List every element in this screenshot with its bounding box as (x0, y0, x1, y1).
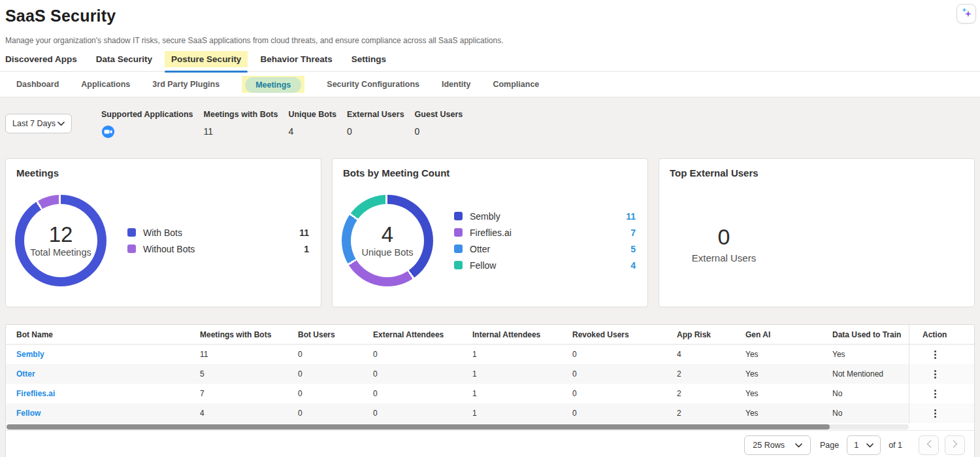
next-page-button[interactable] (945, 435, 965, 455)
cell-meetings-with-bots: 11 (200, 350, 298, 359)
cell-external-attendees: 0 (373, 369, 472, 379)
row-actions-menu-icon[interactable] (934, 370, 936, 372)
cell-bot-users: 0 (298, 389, 373, 398)
cell-bot-name: Fellow (16, 409, 200, 418)
content-area: Last 7 Days Supported ApplicationsMeetin… (0, 97, 980, 457)
subtab-dashboard[interactable]: Dashboard (16, 80, 59, 89)
legend-item-with-bots: With Bots11 (127, 228, 309, 238)
table-row: Fellow400102YesNo (6, 403, 974, 423)
tab-label: Posture Security (165, 51, 248, 67)
card-title: Meetings (6, 159, 321, 178)
page-select[interactable]: 1 (847, 435, 881, 455)
cell-internal-attendees: 1 (472, 389, 572, 398)
donut-chart: 12Total Meetings (15, 195, 106, 286)
cell-bot-users: 0 (298, 409, 373, 418)
table-footer: 25 Rows Page 1 of 1 (6, 430, 974, 457)
tab-data-security[interactable]: Data Security (96, 54, 152, 71)
tab-settings[interactable]: Settings (351, 54, 386, 71)
donut-center: 12Total Meetings (24, 204, 97, 277)
time-range-value: Last 7 Days (12, 119, 56, 128)
time-range-select[interactable]: Last 7 Days (5, 114, 72, 133)
cell-gen-ai: Yes (745, 369, 832, 379)
chevron-right-icon (953, 440, 958, 450)
bot-name-link[interactable]: Fellow (16, 409, 41, 418)
rows-per-page-select[interactable]: 25 Rows (744, 435, 811, 455)
stat-guest-users: Guest Users0 (415, 110, 463, 141)
legend-value: 7 (630, 228, 636, 238)
cell-bot-users: 0 (298, 350, 373, 359)
cell-revoked-users: 0 (572, 369, 677, 379)
card-body: 4Unique BotsSembly11Fireflies.ai7Otter5F… (333, 192, 647, 290)
legend-item-fellow: Fellow4 (454, 260, 636, 271)
column-header-external-attendees: External Attendees (373, 330, 472, 339)
legend-swatch (127, 228, 136, 237)
bot-name-link[interactable]: Sembly (16, 350, 44, 359)
bot-name-link[interactable]: Fireflies.ai (16, 389, 55, 398)
cell-action (909, 345, 974, 364)
legend-label: Sembly (470, 211, 500, 222)
row-actions-menu-icon[interactable] (934, 350, 936, 352)
cell-internal-attendees: 1 (472, 409, 572, 418)
page-select-value: 1 (854, 441, 858, 450)
table-row: Fireflies.ai700102YesNo (6, 384, 974, 403)
sparkles-icon (960, 6, 973, 22)
stat-label: Unique Bots (288, 110, 336, 119)
row-actions-menu-icon[interactable] (934, 390, 936, 392)
cell-app-risk: 2 (677, 409, 745, 418)
cell-meetings-with-bots: 4 (200, 409, 298, 418)
bot-name-link[interactable]: Otter (16, 369, 35, 379)
scrollbar-thumb[interactable] (7, 424, 830, 430)
column-header-revoked-users: Revoked Users (572, 330, 677, 339)
legend-value: 11 (626, 211, 636, 222)
legend-item-without-bots: Without Bots1 (127, 244, 309, 254)
cell-app-risk: 2 (677, 389, 745, 398)
tab-posture-security[interactable]: Posture Security (171, 54, 241, 71)
card-bots-by-meeting-count: Bots by Meeting Count4Unique BotsSembly1… (332, 158, 648, 307)
previous-page-button[interactable] (919, 435, 939, 455)
stat-value-icon (101, 125, 193, 141)
subtab-identity[interactable]: Identity (442, 80, 470, 89)
stats-group: Supported ApplicationsMeetings with Bots… (101, 110, 463, 141)
row-actions-menu-icon[interactable] (934, 409, 936, 411)
cell-internal-attendees: 1 (472, 369, 572, 379)
subtab-3rd-party-plugins[interactable]: 3rd Party Plugins (152, 80, 220, 89)
donut-center-value: 4 (382, 224, 393, 246)
cell-action (909, 364, 974, 384)
page-label: Page (820, 441, 839, 450)
legend-label: Fireflies.ai (470, 228, 512, 238)
cell-internal-attendees: 1 (472, 350, 572, 359)
cell-app-risk: 2 (677, 369, 745, 379)
legend-swatch (454, 212, 463, 220)
cell-data-used-to-train: Yes (832, 350, 909, 359)
cell-bot-name: Fireflies.ai (16, 389, 200, 398)
legend-swatch (127, 245, 136, 253)
subtab-meetings[interactable]: Meetings (245, 77, 301, 93)
chevron-down-icon (795, 441, 802, 450)
donut-center-value: 12 (49, 224, 73, 246)
page-subtitle: Manage your organization's shadow IT ris… (5, 36, 975, 45)
cell-bot-name: Otter (16, 369, 200, 379)
table-row: Otter500102YesNot Mentioned (6, 364, 974, 384)
ai-assistant-button[interactable] (956, 4, 976, 24)
donut-chart: 4Unique Bots (342, 195, 433, 286)
stat-label: Guest Users (415, 110, 463, 119)
column-header-meetings-with-bots: Meetings with Bots (200, 330, 298, 339)
legend-label: Without Bots (143, 244, 195, 254)
tab-behavior-threats[interactable]: Behavior Threats (260, 54, 332, 71)
column-header-action: Action (909, 325, 974, 344)
cell-app-risk: 4 (677, 350, 745, 359)
stat-value: 0 (347, 125, 404, 138)
cell-revoked-users: 0 (572, 409, 677, 418)
cell-gen-ai: Yes (745, 409, 832, 418)
stat-value: 0 (415, 125, 463, 138)
donut-center-label: Unique Bots (362, 247, 414, 258)
subtab-applications[interactable]: Applications (81, 80, 130, 89)
subtab-compliance[interactable]: Compliance (493, 80, 539, 89)
external-users-stat: 0External Users (668, 224, 779, 263)
card-title: Bots by Meeting Count (333, 159, 647, 178)
tab-discovered-apps[interactable]: Discovered Apps (5, 54, 77, 71)
tab-label: Settings (345, 51, 393, 67)
subtab-highlight: Meetings (242, 76, 304, 93)
subtab-security-configurations[interactable]: Security Configurations (327, 80, 419, 89)
cell-gen-ai: Yes (745, 350, 832, 359)
